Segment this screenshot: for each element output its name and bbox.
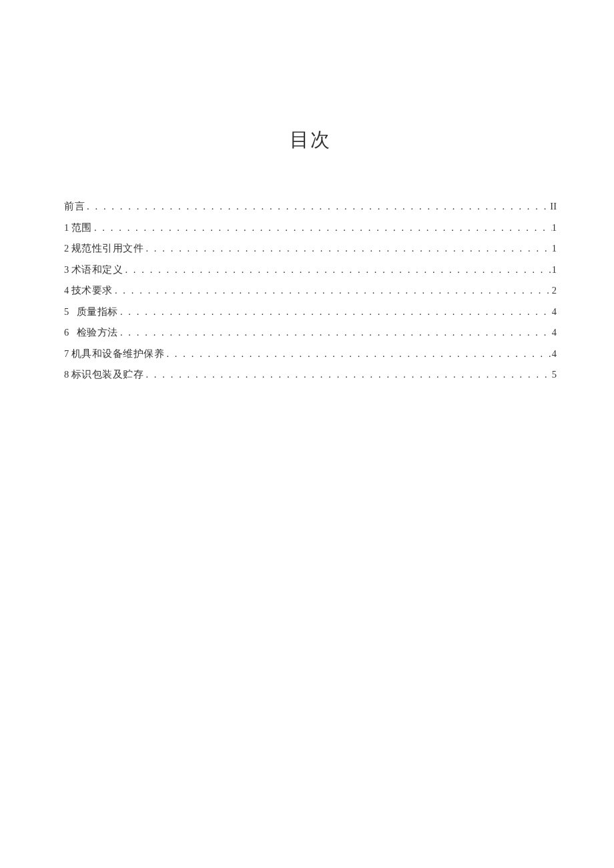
toc-page-number: 4 [552, 307, 557, 317]
toc-page-number: 1 [552, 265, 557, 275]
toc-label: 前言 [64, 201, 85, 211]
toc-leader-dots: . . . . . . . . . . . . . . . . . . . . … [118, 328, 552, 338]
toc-leader-dots: . . . . . . . . . . . . . . . . . . . . … [85, 201, 550, 211]
toc-leader-dots: . . . . . . . . . . . . . . . . . . . . … [113, 286, 552, 296]
toc-label: 1 范围 [64, 223, 92, 233]
document-page: 目次 前言 . . . . . . . . . . . . . . . . . … [0, 0, 614, 868]
toc-label: 5 质量指标 [64, 307, 118, 317]
toc-leader-dots: . . . . . . . . . . . . . . . . . . . . … [164, 349, 551, 359]
toc-entry-1: 1 范围 . . . . . . . . . . . . . . . . . .… [64, 223, 557, 233]
toc-leader-dots: . . . . . . . . . . . . . . . . . . . . … [143, 244, 551, 254]
toc-page-number: 5 [552, 370, 557, 380]
toc-page-number: 2 [552, 286, 557, 296]
toc-entry-preface: 前言 . . . . . . . . . . . . . . . . . . .… [64, 201, 557, 211]
toc-page-number: 1 [552, 223, 557, 233]
toc-label: 4 技术要求 [64, 286, 113, 296]
toc-label: 3 术语和定义 [64, 265, 123, 275]
toc-page-number: II [550, 201, 557, 211]
toc-entry-2: 2 规范性引用文件 . . . . . . . . . . . . . . . … [64, 244, 557, 254]
table-of-contents: 前言 . . . . . . . . . . . . . . . . . . .… [64, 201, 557, 380]
toc-entry-4: 4 技术要求 . . . . . . . . . . . . . . . . .… [64, 286, 557, 296]
toc-label: 6 检验方法 [64, 328, 118, 338]
toc-entry-6: 6 检验方法 . . . . . . . . . . . . . . . . .… [64, 328, 557, 338]
toc-page-number: 4 [552, 349, 557, 359]
toc-title: 目次 [64, 127, 557, 153]
toc-leader-dots: . . . . . . . . . . . . . . . . . . . . … [143, 370, 551, 380]
toc-label: 8 标识包装及贮存 [64, 370, 143, 380]
toc-entry-3: 3 术语和定义 . . . . . . . . . . . . . . . . … [64, 265, 557, 275]
toc-leader-dots: . . . . . . . . . . . . . . . . . . . . … [123, 265, 551, 275]
toc-page-number: 4 [552, 328, 557, 338]
toc-entry-7: 7 机具和设备维护保养 . . . . . . . . . . . . . . … [64, 349, 557, 359]
toc-leader-dots: . . . . . . . . . . . . . . . . . . . . … [118, 307, 552, 317]
toc-entry-8: 8 标识包装及贮存 . . . . . . . . . . . . . . . … [64, 370, 557, 380]
toc-label: 7 机具和设备维护保养 [64, 349, 164, 359]
toc-leader-dots: . . . . . . . . . . . . . . . . . . . . … [92, 223, 552, 233]
toc-page-number: 1 [552, 244, 557, 254]
toc-label: 2 规范性引用文件 [64, 244, 143, 254]
toc-entry-5: 5 质量指标 . . . . . . . . . . . . . . . . .… [64, 307, 557, 317]
